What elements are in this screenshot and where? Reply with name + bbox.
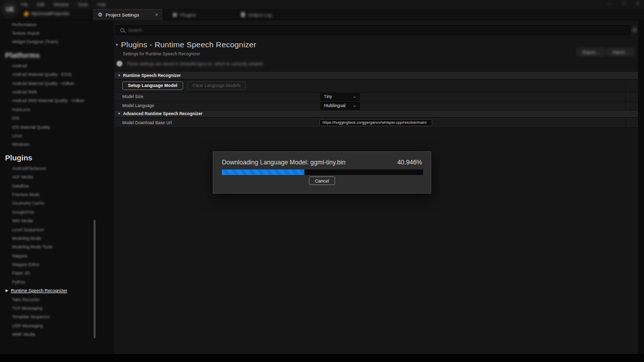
menu-edit[interactable]: Edit [37,2,45,7]
collapse-triangle-icon[interactable]: ▾ [116,42,118,47]
sidebar-item-googlepad[interactable]: GooglePAD [0,208,114,216]
section-advanced-runtime-speech-recognizer[interactable]: ▾ Advanced Runtime Speech Recognizer [115,111,638,118]
sidebar-heading-plugins: Plugins [0,149,114,164]
url-value: https://huggingface.co/ggerganov/whisper… [323,120,427,125]
sidebar-item-texture-import[interactable]: Texture Import [0,29,114,37]
unreal-logo-icon[interactable]: UE [2,1,19,18]
clear-language-models-button[interactable]: Clear Language Models [187,81,247,90]
model-actions-row: Setup Language Model Clear Language Mode… [115,79,638,93]
sidebar-item-label: Linux [12,133,22,138]
cancel-button[interactable]: Cancel [309,176,335,185]
menu-tools[interactable]: Tools [78,2,88,7]
reset-column-divider [625,93,626,101]
model-language-dropdown[interactable]: Multilingual ⌄ [320,102,360,110]
sidebar-item-label: UDP Messaging [12,323,43,328]
sidebar-item-label: Python [12,280,25,285]
sidebar-item-modeling-mode[interactable]: Modeling Mode [0,234,114,242]
sidebar-item-label: HoloLens [12,107,30,112]
sidebar-item-fracture-mode[interactable]: Fracture Mode [0,190,114,199]
settings-gear-icon[interactable]: ⚙ [632,27,637,34]
sidebar-item-hololens[interactable]: HoloLens [0,105,114,114]
sidebar-item-androidfileserver[interactable]: AndroidFileServer [0,164,114,172]
right-gutter [638,20,644,354]
sidebar-item-label: Performance [12,22,37,27]
section-runtime-speech-recognizer[interactable]: ▾ Runtime Speech Recognizer [115,72,638,79]
sidebar-item-tcp-messaging[interactable]: TCP Messaging [0,304,114,312]
project-badge: MyUnrealProject51 [24,11,70,16]
section-triangle-icon: ▾ [118,112,120,116]
column-splitter[interactable] [326,118,326,127]
dialog-title: Downloading Language Model: ggml-tiny.bi… [222,159,346,166]
sidebar-item-label: Dataflow [12,184,29,189]
sidebar-item-python[interactable]: Python [0,278,114,286]
sidebar-item-label: IMG Media [12,218,33,223]
import-label: Import... [612,50,628,55]
sidebar-item-android-sm5[interactable]: Android SM5 [0,87,114,96]
note-text: These settings are saved in DefaultEngin… [126,61,265,66]
sidebar-item-level-sequencer[interactable]: Level Sequencer [0,225,114,234]
sidebar-item-label: iOS [12,116,19,121]
close-icon[interactable]: ✕ [635,1,641,6]
tab-output-log[interactable]: Output Log [236,9,276,20]
sidebar-item-android-material-quality-es31[interactable]: Android Material Quality - ES31 [0,70,114,79]
sidebar-item-label: Widget Designer (Team) [12,39,58,44]
sidebar-item-paper-2d[interactable]: Paper 2D [0,269,114,278]
sidebar-item-wmf-media[interactable]: WMF Media [0,330,114,339]
sidebar-item-img-media[interactable]: IMG Media [0,216,114,225]
sidebar-item-niagara-editor[interactable]: Niagara Editor [0,260,114,268]
sidebar-item-take-recorder[interactable]: Take Recorder [0,295,114,304]
expand-arrow-icon: ▶ [6,289,8,293]
sidebar-item-ios[interactable]: iOS [0,114,114,123]
sidebar-item-label: Level Sequencer [12,227,44,232]
model-download-base-url-input[interactable]: https://huggingface.co/ggerganov/whisper… [319,119,432,126]
project-settings-icon: ⚙ [98,12,103,18]
sidebar-item-geometry-cache[interactable]: Geometry Cache [0,199,114,208]
sidebar-item-label: Android Material Quality - Vulkan [12,81,74,86]
sidebar-item-modeling-mode-tools[interactable]: Modeling Mode Tools [0,243,114,251]
project-icon [24,12,29,16]
menu-help[interactable]: Help [97,2,105,7]
settings-nav-sidebar: PerformanceTexture ImportWidget Designer… [0,20,114,354]
chevron-down-icon: ⌄ [353,95,357,99]
tab-plugins[interactable]: Plugins [168,9,200,20]
sidebar-item-label: Modeling Mode [12,236,41,241]
sidebar-item-template-sequence[interactable]: Template Sequence [0,313,114,321]
sidebar-item-widget-designer-team-[interactable]: Widget Designer (Team) [0,38,114,46]
progress-bar-fill [222,169,304,175]
menu-window[interactable]: Window [53,2,68,7]
sidebar-item-niagara[interactable]: Niagara [0,251,114,260]
export-button[interactable]: Export... [577,48,605,56]
minimize-icon[interactable]: — [607,1,613,6]
sidebar-item-label: Paper 2D [12,270,30,276]
sidebar-item-android[interactable]: Android [0,61,114,70]
sidebar-item-label: TCP Messaging [12,306,42,311]
column-splitter[interactable] [326,102,326,110]
sidebar-item-windows[interactable]: Windows [0,140,114,149]
model-language-value: Multilingual [324,103,346,108]
tab-project-settings[interactable]: ⚙ Project Settings × [93,9,163,20]
column-splitter[interactable] [326,93,326,101]
sidebar-item-linux[interactable]: Linux [0,131,114,140]
sidebar-item-performance[interactable]: Performance [0,20,114,29]
sidebar-item-android-material-quality-vulkan[interactable]: Android Material Quality - Vulkan [0,79,114,87]
menu-file[interactable]: File [21,2,28,7]
menu-bar: FileEditWindowToolsHelp [21,0,106,9]
window-controls: —☐✕ [607,1,641,6]
sidebar-heading-platforms: Platforms [0,46,114,61]
model-size-dropdown[interactable]: Tiny ⌄ [320,93,360,101]
sidebar-item-avf-media[interactable]: AVF Media [0,172,114,181]
sidebar-item-android-sm5-material-quality-vulkan[interactable]: Android SM5 Material Quality - Vulkan [0,97,114,105]
sidebar-item-udp-messaging[interactable]: UDP Messaging [0,321,114,330]
maximize-icon[interactable]: ☐ [621,1,627,6]
setup-language-model-button[interactable]: Setup Language Model [122,81,183,90]
sidebar-item-runtime-speech-recognizer[interactable]: ▶Runtime Speech Recognizer [0,287,114,295]
sidebar-item-ios-material-quality[interactable]: iOS Material Quality [0,123,114,131]
close-tab-icon[interactable]: × [155,12,158,18]
sidebar-scrollbar[interactable] [94,220,96,338]
sidebar-item-label: AndroidFileServer [12,166,46,171]
search-input[interactable]: Search [116,25,630,35]
search-placeholder: Search [128,28,142,33]
import-button[interactable]: Import... [606,48,634,56]
url-label: Model Download Base Url [115,120,318,125]
sidebar-item-dataflow[interactable]: Dataflow [0,182,114,190]
